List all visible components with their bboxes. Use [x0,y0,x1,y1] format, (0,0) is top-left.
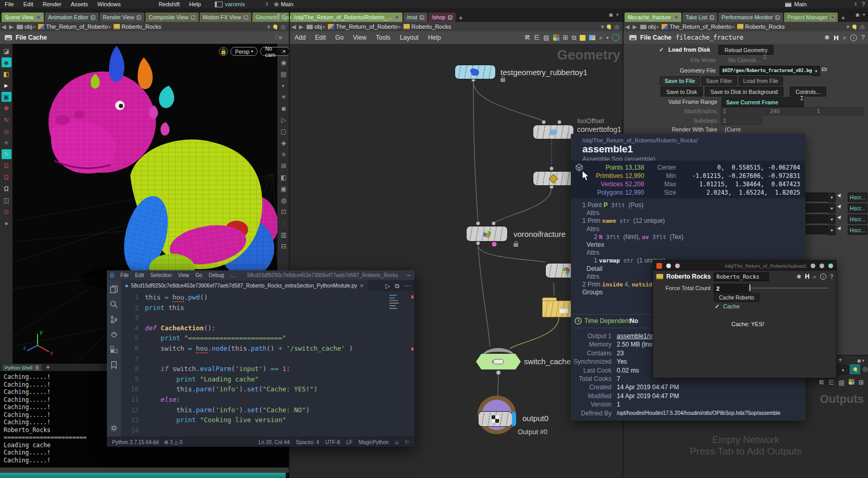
viewport-option-icon-12[interactable]: ▣ [279,184,289,194]
settings-gear-icon[interactable] [110,424,118,432]
code-editor[interactable]: 1this = hou.pwd()2print this34def CacheA… [121,291,414,437]
hscript-button[interactable]: Hscr... [848,193,867,202]
list-view-icon[interactable]: ▤ [838,379,844,386]
viewport-option-icon-7[interactable]: ▢ [279,126,289,136]
add-tab-button[interactable]: + [839,14,847,22]
node-converttofog[interactable] [533,125,573,139]
tab-composite-view[interactable]: Composite View✕ [145,13,199,22]
force-count-slider[interactable] [749,288,828,289]
notifications-icon[interactable]: ⚐ [405,439,409,445]
viewport-option-icon-9[interactable]: ≡ [279,149,289,159]
layout-windows-icon[interactable]: ⧉ [572,34,577,41]
breadcrumb-item[interactable]: Roberto_Rocks [121,23,161,30]
add-tab-button[interactable]: + [457,14,465,22]
nav-forward-icon[interactable]: ▶ [631,23,638,30]
viewport-option-icon-10[interactable]: ⊞ [279,161,289,171]
nav-back-icon[interactable]: ◀ [290,23,297,30]
houdini-help-icon[interactable]: H [805,273,810,280]
network-menu-go[interactable]: Go [331,34,348,41]
render-with-take-dropdown[interactable]: (Curre [725,126,741,133]
close-icon[interactable]: ✕ [243,15,248,20]
menu-edit[interactable]: Edit [19,1,38,7]
script-dropdown-field[interactable] [805,193,831,201]
tab--shop[interactable]: /shop✕ [429,13,456,22]
pin-icon[interactable] [273,25,277,29]
force-total-count-field[interactable]: 2 [714,284,751,293]
grid-snap-icon[interactable]: ⊞ [859,379,864,386]
shelf-tool-icon-15[interactable]: ● [2,218,11,228]
vscode-menu-debug[interactable]: Debug [205,272,227,278]
right-pane-controls[interactable]: ◼ ▾ [855,12,866,17]
edit-pointer-icon[interactable]: ➤ [836,213,844,221]
follow-icon[interactable]: ◎ [862,365,867,373]
viewport-option-icon-2[interactable]: ▤ [279,69,289,79]
hda-name-field[interactable]: Roberto_Rocks [714,272,769,281]
viewport-option-icon-8[interactable]: ◈ [279,138,289,148]
tool-header-options-icon[interactable]: ⫶≋ [275,34,284,41]
close-icon[interactable]: ✕ [775,15,780,20]
tab-performance-monitor[interactable]: Performance Monitor✕ [718,13,783,22]
follow-icon[interactable]: ◎ [614,23,619,30]
search-icon[interactable]: ⌕ [813,273,816,280]
viewport-option-icon-17[interactable]: ⊟ [279,241,289,251]
start-end-inc-field[interactable]: 1 [814,107,863,115]
status-item[interactable]: MagicPython [359,439,389,445]
add-tab-button[interactable]: + [44,363,52,371]
file-mode-dropdown[interactable]: No Operati... [728,57,761,63]
shelf-tool-icon-7[interactable]: ◎ [2,126,11,136]
network-menu-edit[interactable]: Edit [310,34,331,41]
source-control-icon[interactable] [110,316,118,324]
pin-icon[interactable] [607,25,611,29]
shelf-tool-icon-14[interactable]: ⊙ [2,207,11,217]
dropdown-arrow[interactable]: ▾ [828,204,836,213]
close-icon[interactable]: ✕ [674,15,678,20]
help-icon[interactable]: ? [861,34,865,41]
grid-snap-icon[interactable]: ⊞ [563,34,568,41]
close-icon[interactable]: ✕ [448,15,453,20]
network-menu-tools[interactable]: Tools [371,34,395,41]
tab-scene-view[interactable]: Scene View✕ [2,13,44,22]
run-button[interactable]: ▷ [385,282,390,290]
close-icon[interactable]: ✕ [710,15,714,20]
shelf-tool-icon-13[interactable]: ◫ [2,195,11,205]
viewport-option-icon-13[interactable]: ◍ [279,195,289,205]
tab--mat[interactable]: /mat✕ [404,13,427,22]
close-icon[interactable]: ✕ [191,15,195,20]
node-isooffset[interactable] [533,172,573,185]
script-dropdown-field[interactable] [805,204,831,212]
color-palette-icon[interactable] [849,379,854,385]
edit-pointer-icon[interactable]: ➤ [836,202,844,210]
spinner-right[interactable]: ⇕ [853,2,859,7]
window-button[interactable] [828,264,833,268]
cache-checkbox[interactable]: ✓ [715,303,719,310]
param-button-0[interactable]: Save to Disk [661,87,703,97]
desktop-spinner[interactable]: ⇕ [265,2,270,7]
tab--obj-the-return-of-roberto-roberto-[interactable]: /obj/The_Return_of_Roberto/Roberto_...✕ [291,13,402,22]
menu-assets[interactable]: Assets [66,1,93,7]
vscode-titlebar[interactable]: ⟨⟩ FileEditSelectionViewGoDebug… 58cd15d… [107,270,414,280]
tree-view-icon[interactable]: ⋿ [829,379,834,386]
viewport-option-icon-5[interactable]: ◙ [279,103,289,113]
houdini-help-icon[interactable]: H [834,34,838,42]
network-menu-layout[interactable]: Layout [395,34,423,41]
menu-render[interactable]: Render [38,1,66,7]
window-titlebar[interactable]: /obj/The_Return_of_Roberto/subnet1 [653,260,836,271]
camera-lock-icon[interactable]: 🔒 [219,47,228,56]
dropdown-arrow[interactable]: ▾ [828,193,836,202]
node-name-field[interactable]: filecache_fracture [676,34,743,41]
status-item[interactable]: Ln 20, Col 44 [259,439,290,445]
nav-back-icon[interactable]: ◀ [624,23,631,30]
edit-pointer-icon[interactable]: ➤ [836,224,844,232]
more-actions-icon[interactable]: ⋯ [404,282,410,290]
info-icon[interactable]: i [850,34,857,41]
status-item[interactable]: LF [346,439,352,445]
tab-animation-editor[interactable]: Animation Editor✕ [45,13,99,22]
shelf-tool-icon-11[interactable]: Ω [2,172,11,182]
status-item[interactable]: UTF-8 [325,439,340,445]
vscode-menu-go[interactable]: Go [192,272,205,278]
mid-pane-controls[interactable]: ◼ ▾ [609,12,620,17]
network-menu-help[interactable]: Help [423,34,446,41]
explorer-icon[interactable] [110,285,118,293]
follow-icon[interactable]: ◎ [280,23,286,30]
gear-menu-icon[interactable]: ✱ [824,34,829,41]
